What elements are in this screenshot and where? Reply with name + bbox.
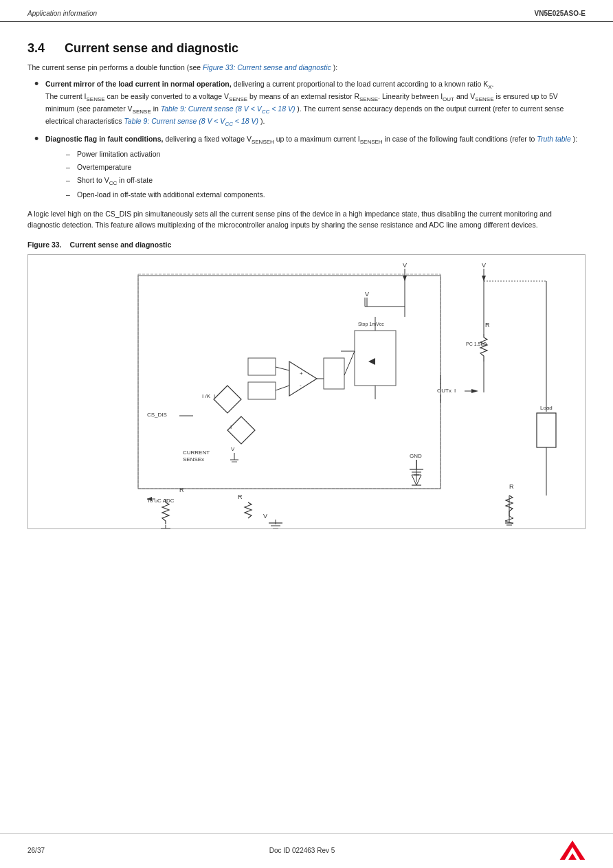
section-title: Current sense and diagnostic bbox=[65, 41, 238, 56]
footer-page: 26/37 bbox=[27, 847, 45, 854]
bullet-content-1: Current mirror of the load current in no… bbox=[45, 79, 586, 129]
svg-rect-21 bbox=[324, 358, 344, 389]
svg-rect-20 bbox=[248, 382, 276, 399]
bullet2-bold: Diagnostic flag in fault conditions, bbox=[45, 135, 164, 143]
svg-marker-29 bbox=[471, 389, 478, 393]
st-logo bbox=[559, 841, 586, 860]
dash-item-3: – Short to VCC in off-state bbox=[66, 175, 586, 188]
svg-line-23 bbox=[276, 386, 289, 390]
svg-marker-13 bbox=[368, 358, 375, 365]
svg-text:V: V bbox=[231, 446, 235, 452]
svg-marker-64 bbox=[227, 416, 255, 444]
svg-text:V: V bbox=[403, 262, 407, 269]
bullet1-bold: Current mirror of the load current in no… bbox=[45, 80, 232, 88]
section-heading: 3.4 Current sense and diagnostic bbox=[27, 41, 586, 56]
svg-text:V: V bbox=[482, 262, 486, 269]
figure-box: V V V bbox=[27, 254, 586, 529]
svg-text:I: I bbox=[214, 393, 215, 399]
bullet-list: • Current mirror of the load current in … bbox=[27, 79, 586, 203]
dash-text-4: Open-load in off-state with additional e… bbox=[77, 190, 265, 201]
svg-marker-6 bbox=[482, 276, 486, 281]
svg-text:R: R bbox=[509, 483, 514, 490]
bullet1-text2: The current ISENSE can be easily convert… bbox=[45, 92, 564, 125]
dash-sym-3: – bbox=[66, 175, 73, 186]
svg-text:CURRENT: CURRENT bbox=[183, 449, 210, 456]
dash-text-3: Short to VCC in off-state bbox=[77, 175, 153, 188]
svg-marker-3 bbox=[403, 276, 407, 281]
svg-line-25 bbox=[344, 351, 355, 375]
page-header: Application information VN5E025ASO-E bbox=[0, 0, 613, 22]
dash-item-2: – Overtemperature bbox=[66, 162, 586, 173]
svg-line-22 bbox=[276, 367, 289, 370]
bullet-item-1: • Current mirror of the load current in … bbox=[34, 79, 586, 129]
svg-rect-19 bbox=[248, 358, 276, 375]
figure-label-title: Current sense and diagnostic bbox=[70, 241, 172, 249]
svg-text:PC 1.5kΩ: PC 1.5kΩ bbox=[466, 342, 487, 346]
bullet2-text1: delivering a fixed voltage VSENSEH up to… bbox=[165, 135, 577, 143]
dash-text-1: Power limitation activation bbox=[77, 149, 160, 160]
intro-link1[interactable]: Figure 33: Current sense and diagnostic bbox=[203, 63, 331, 71]
page-container: Application information VN5E025ASO-E 3.4… bbox=[0, 0, 613, 868]
figure-label-num: Figure 33. bbox=[27, 241, 62, 249]
dash-sym-2: – bbox=[66, 162, 73, 173]
svg-rect-52 bbox=[537, 413, 556, 447]
truth-table-link[interactable]: Truth table bbox=[537, 135, 570, 143]
svg-text:V: V bbox=[365, 291, 369, 298]
dash-list: – Power limitation activation – Overtemp… bbox=[45, 149, 586, 200]
main-content: 3.4 Current sense and diagnostic The cur… bbox=[0, 22, 613, 555]
page-footer: 26/37 Doc ID 022463 Rev 5 bbox=[0, 833, 613, 868]
intro-text2: ): bbox=[333, 63, 337, 71]
svg-text:I /K: I /K bbox=[202, 393, 211, 399]
header-left: Application information bbox=[27, 10, 97, 17]
svg-text:R: R bbox=[238, 493, 243, 500]
svg-marker-14 bbox=[214, 386, 241, 413]
header-right: VN5E025ASO-E bbox=[535, 10, 586, 17]
svg-text:V: V bbox=[263, 513, 267, 520]
svg-text:OUTx: OUTx bbox=[437, 388, 452, 394]
svg-text:I: I bbox=[454, 388, 456, 394]
svg-text:SENSEx: SENSEx bbox=[183, 456, 204, 463]
svg-text:R: R bbox=[485, 322, 490, 329]
dash-sym-1: – bbox=[66, 149, 73, 160]
intro-paragraph: The current sense pin performs a double … bbox=[27, 63, 586, 74]
svg-text:GND: GND bbox=[410, 453, 422, 459]
svg-text:+: + bbox=[300, 370, 303, 377]
bullet1-link2[interactable]: Table 9: Current sense (8 V < VCC < 18 V… bbox=[124, 117, 258, 125]
bullet-dot-1: • bbox=[34, 78, 40, 90]
svg-text:R: R bbox=[179, 487, 184, 493]
dash-item-4: – Open-load in off-state with additional… bbox=[66, 190, 586, 201]
bullet-dot-2: • bbox=[34, 133, 40, 145]
svg-text:CS_DIS: CS_DIS bbox=[147, 412, 167, 418]
svg-text:Stop 1mVcc: Stop 1mVcc bbox=[358, 322, 384, 327]
intro-text1: The current sense pin performs a double … bbox=[27, 63, 203, 71]
bullet1-link1[interactable]: Table 9: Current sense (8 V < VCC < 18 V… bbox=[161, 104, 296, 113]
dash-text-2: Overtemperature bbox=[77, 162, 131, 173]
dash-item-1: – Power limitation activation bbox=[66, 149, 586, 160]
bullet-content-2: Diagnostic flag in fault conditions, del… bbox=[45, 134, 586, 202]
footer-doc: Doc ID 022463 Rev 5 bbox=[269, 847, 335, 854]
section-number: 3.4 bbox=[27, 41, 52, 56]
svg-text:-: - bbox=[300, 382, 302, 388]
bullet-item-2: • Diagnostic flag in fault conditions, d… bbox=[34, 134, 586, 202]
bullet1-text1: delivering a current proportional to the… bbox=[234, 80, 494, 88]
figure-label: Figure 33. Current sense and diagnostic bbox=[27, 241, 586, 249]
svg-text:I: I bbox=[230, 424, 232, 430]
logic-paragraph: A logic level high on the CS_DIS pin sim… bbox=[27, 208, 586, 232]
circuit-diagram: V V V bbox=[28, 255, 585, 528]
dash-sym-4: – bbox=[66, 190, 73, 201]
svg-marker-16 bbox=[289, 361, 317, 396]
